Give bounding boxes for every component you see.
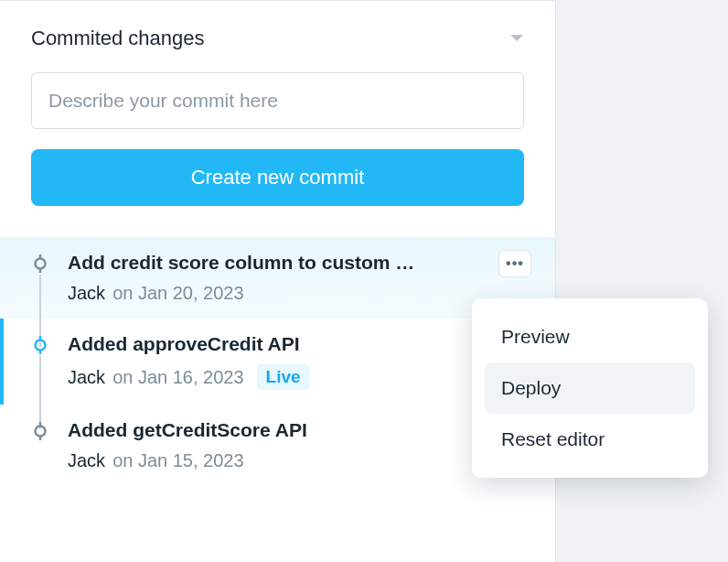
commit-meta: Jack on Jan 15, 2023	[68, 450, 524, 471]
commit-author: Jack	[68, 367, 105, 388]
commit-node-icon	[31, 254, 49, 273]
commit-title: Added approveCredit API	[68, 333, 524, 355]
svg-point-4	[36, 340, 46, 351]
commit-meta: Jack on Jan 20, 2023	[68, 283, 524, 304]
commit-date: on Jan 20, 2023	[112, 283, 243, 304]
more-icon: •••	[506, 255, 524, 272]
svg-point-7	[36, 427, 46, 437]
commit-more-button[interactable]: •••	[498, 250, 531, 277]
commit-node-icon	[31, 422, 49, 440]
commit-context-menu: Preview Deploy Reset editor	[472, 298, 708, 478]
panel-title: Commited changes	[31, 27, 205, 50]
panel-header: Commited changes	[0, 1, 555, 72]
commit-title: Add credit score column to custom …	[68, 252, 524, 274]
menu-item-preview[interactable]: Preview	[485, 311, 695, 362]
commit-date: on Jan 15, 2023	[112, 450, 243, 471]
create-button-wrap: Create new commit	[0, 129, 555, 206]
commit-panel: Commited changes Create new commit	[0, 0, 556, 562]
create-commit-button[interactable]: Create new commit	[31, 149, 524, 206]
commit-message-input[interactable]	[31, 72, 524, 129]
commit-title: Added getCreditScore API	[68, 419, 524, 441]
commit-input-wrap	[0, 72, 555, 129]
commit-author: Jack	[68, 283, 105, 304]
commit-date: on Jan 16, 2023	[112, 367, 243, 388]
commit-meta: Jack on Jan 16, 2023 Live	[68, 364, 524, 390]
svg-point-1	[36, 259, 46, 269]
commit-node-icon	[31, 336, 49, 354]
commit-author: Jack	[68, 450, 105, 471]
menu-item-reset-editor[interactable]: Reset editor	[485, 414, 695, 465]
live-badge: Live	[257, 364, 310, 390]
menu-item-deploy[interactable]: Deploy	[485, 362, 695, 414]
collapse-caret-icon[interactable]	[509, 31, 524, 46]
